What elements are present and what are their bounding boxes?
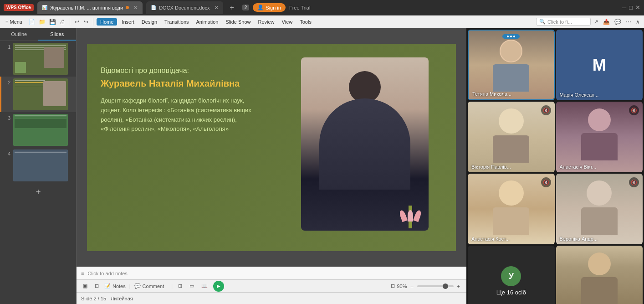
- slide-canvas[interactable]: Відомості про доповідача: Журавель Натал…: [87, 44, 456, 251]
- slide-panel: Outline Slides 1: [0, 28, 77, 304]
- zoom-control: ⊡ 90% – +: [391, 283, 462, 290]
- wps-logo: WPS Office: [4, 4, 34, 11]
- redo-icon[interactable]: ↪: [82, 18, 90, 26]
- undo-icon[interactable]: ↩: [73, 18, 81, 26]
- participant-tile-3: 🔇 Вікторія Павлів...: [468, 102, 555, 172]
- add-slide-icon: ＋: [34, 186, 42, 197]
- flower-decoration: [397, 206, 424, 242]
- maximize-button[interactable]: □: [629, 4, 633, 11]
- minimize-button[interactable]: ─: [622, 4, 626, 11]
- notes-btn[interactable]: 📝 Notes: [104, 283, 126, 289]
- tab-tools[interactable]: Tools: [297, 18, 314, 26]
- slide-thumb-3[interactable]: 3: [0, 112, 76, 148]
- main-toolbar: ≡ Menu 📄 📁 💾 🖨 ↩ ↪ Home Insert Design Tr…: [0, 15, 644, 28]
- window-controls: ─ □ ✕: [622, 4, 640, 11]
- notes-bar[interactable]: ≡ Click to add notes: [77, 267, 466, 279]
- add-slide-button[interactable]: ＋: [0, 183, 76, 200]
- grid-view-btn[interactable]: ⊞: [176, 282, 184, 290]
- participant-tile-1: Тетяна Микола...: [468, 30, 555, 100]
- tab-slideshow[interactable]: Slide Show: [223, 18, 253, 26]
- search-box[interactable]: 🔍 Click to fi...: [536, 18, 591, 26]
- collapse-icon[interactable]: ∧: [634, 18, 641, 26]
- book-view-btn[interactable]: 📖: [199, 282, 210, 290]
- self-video: [556, 246, 643, 304]
- participant-video-1: [469, 31, 554, 99]
- export-icon[interactable]: 📤: [602, 18, 611, 26]
- slide-thumb-4[interactable]: 4: [0, 148, 76, 183]
- participants-panel: Тетяна Микола... M Марія Олексан...: [466, 28, 644, 304]
- slide-preview-2: [13, 78, 68, 110]
- slide-text-left: Відомості про доповідача: Журавель Натал…: [101, 67, 256, 134]
- user-icon: 👤: [257, 5, 264, 10]
- tab-review[interactable]: Review: [255, 18, 277, 26]
- more-options-btn-1[interactable]: [502, 34, 520, 39]
- close-window-button[interactable]: ✕: [635, 4, 640, 11]
- play-slideshow-btn[interactable]: ▶: [213, 281, 224, 292]
- slide-num-3: 3: [4, 114, 10, 146]
- left-content: Outline Slides 1: [0, 28, 466, 304]
- search-placeholder: Click to fi...: [547, 19, 572, 25]
- participant-tile-more[interactable]: У Ще 16 осіб: [468, 246, 555, 304]
- tab-docx-label: DOCX Document.docx: [159, 5, 210, 10]
- print-icon[interactable]: 🖨: [58, 18, 66, 26]
- slides-tab[interactable]: Slides: [38, 28, 77, 41]
- participant-tile-5: 🔇 Анастасія Кост...: [468, 174, 555, 244]
- slide-preview-3: [13, 114, 68, 146]
- share-icon[interactable]: ↗: [593, 18, 600, 26]
- mute-icon-3: 🔇: [541, 105, 551, 115]
- fit-btn[interactable]: ⊡: [93, 282, 101, 290]
- browser-bar: WPS Office 📊 Журавель Н.М. ... цвітіння …: [0, 0, 644, 15]
- zoom-minus-btn[interactable]: –: [409, 283, 415, 290]
- zoom-slider[interactable]: [417, 285, 454, 287]
- menu-button[interactable]: ≡ Menu: [3, 18, 25, 26]
- sign-in-button[interactable]: 👤 Sign in: [253, 3, 286, 12]
- tab-view[interactable]: View: [279, 18, 296, 26]
- fit-screen-icon[interactable]: ⊡: [391, 283, 395, 289]
- single-view-btn[interactable]: ▭: [188, 282, 196, 290]
- panel-tabs: Outline Slides: [0, 28, 76, 41]
- play-icon: ▶: [217, 283, 220, 289]
- tab-dot: [126, 6, 129, 9]
- free-trial-label: Free Trial: [289, 5, 310, 10]
- slide-canvas-container: Відомості про доповідача: Журавель Натал…: [77, 28, 466, 267]
- tab-animation[interactable]: Animation: [194, 18, 221, 26]
- tab-presentation-label: Журавель Н.М. ... цвітіння води: [50, 5, 123, 10]
- toolbar-sep-2: [93, 18, 93, 26]
- new-icon[interactable]: 📄: [27, 18, 36, 26]
- slide-description: Доцент кафедри біології, кандидат біолог…: [101, 96, 256, 134]
- zoom-thumb: [443, 283, 448, 289]
- slide-thumb-2[interactable]: 2: [0, 77, 76, 112]
- comment-icon[interactable]: 💬: [613, 18, 623, 26]
- comment-btn[interactable]: 💬 Comment: [134, 283, 164, 289]
- tab-close-1[interactable]: ✕: [133, 5, 138, 11]
- tab-close-2[interactable]: ✕: [214, 5, 219, 11]
- content-area: Outline Slides 1: [0, 28, 644, 304]
- mute-icon-5: 🔇: [541, 177, 551, 187]
- toolbar-sep-1: [70, 18, 70, 26]
- slide-thumb-1[interactable]: 1: [0, 41, 76, 77]
- more-tools-icon[interactable]: ⋯: [624, 18, 633, 26]
- tab-presentation[interactable]: 📊 Журавель Н.М. ... цвітіння води ✕: [37, 1, 143, 14]
- search-icon: 🔍: [539, 19, 546, 25]
- tab-add-button[interactable]: +: [227, 4, 236, 12]
- open-icon[interactable]: 📁: [37, 18, 47, 26]
- tab-docx[interactable]: 📄 DOCX Document.docx ✕: [146, 1, 223, 14]
- mute-icon-6: 🔇: [629, 177, 639, 187]
- comment-btn-icon: 💬: [134, 283, 141, 289]
- save-icon[interactable]: 💾: [48, 18, 57, 26]
- toolbar-file-icons: 📄 📁 💾 🖨: [27, 18, 66, 26]
- outline-tab[interactable]: Outline: [0, 28, 38, 41]
- layout-btn[interactable]: ▣: [81, 282, 89, 290]
- tab-insert[interactable]: Insert: [119, 18, 137, 26]
- zoom-plus-btn[interactable]: +: [455, 283, 462, 290]
- participant-tile-2: M Марія Олексан...: [556, 30, 643, 100]
- add-notes-label[interactable]: Click to add notes: [87, 271, 127, 276]
- presentation-icon: 📊: [42, 5, 47, 10]
- participant-tile-self: Ви: [556, 246, 643, 304]
- tab-design[interactable]: Design: [139, 18, 160, 26]
- slide-num-2: 2: [4, 78, 10, 110]
- zoom-level: 90%: [397, 283, 407, 289]
- notes-icon: ≡: [81, 271, 84, 276]
- tab-home[interactable]: Home: [97, 18, 117, 26]
- tab-transitions[interactable]: Transitions: [162, 18, 191, 26]
